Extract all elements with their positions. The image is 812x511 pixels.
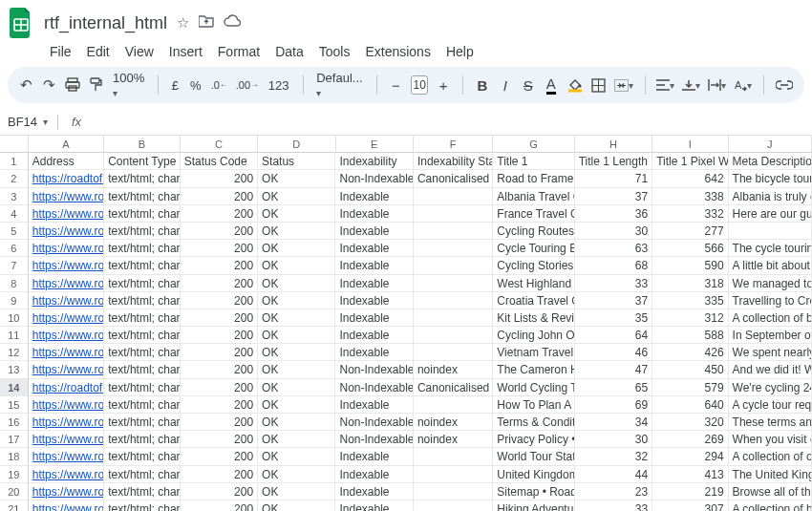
cell[interactable]: 65 <box>575 379 652 396</box>
font-family-dropdown[interactable]: Defaul... <box>314 71 364 99</box>
cell[interactable]: https://www.road <box>29 361 104 378</box>
cell[interactable]: OK <box>258 223 335 240</box>
cell[interactable]: 200 <box>181 205 258 223</box>
cell[interactable] <box>414 240 493 257</box>
cell[interactable]: OK <box>258 379 335 396</box>
cell[interactable]: https://www.road <box>29 188 104 205</box>
fill-color-button[interactable] <box>566 74 584 96</box>
cell[interactable]: https://www.road <box>29 240 104 257</box>
cell[interactable]: text/html; charse <box>104 275 180 292</box>
cell[interactable]: The United Kingd <box>729 466 812 483</box>
cell[interactable]: 312 <box>652 309 728 327</box>
cell[interactable]: Canonicalised <box>414 379 493 396</box>
font-size-increase-button[interactable]: + <box>436 74 451 96</box>
cell[interactable]: noindex <box>414 361 493 378</box>
cell[interactable]: text/html; charse <box>104 448 180 465</box>
cell[interactable] <box>414 188 493 205</box>
cell[interactable]: 23 <box>575 483 652 500</box>
cell[interactable]: Title 1 <box>493 153 574 170</box>
cell[interactable]: The cycle touring <box>729 240 812 257</box>
cell[interactable]: Croatia Travel G <box>493 292 574 309</box>
cell[interactable]: 33 <box>575 275 652 292</box>
cell[interactable]: OK <box>258 292 335 309</box>
cell[interactable]: https://www.road <box>29 205 104 223</box>
text-wrap-button[interactable] <box>708 74 726 96</box>
cell[interactable]: text/html; charse <box>104 188 180 205</box>
cell[interactable]: Here are our gui <box>729 205 812 223</box>
cell[interactable]: 32 <box>575 448 652 465</box>
cell[interactable]: 269 <box>652 431 728 448</box>
cell[interactable]: And we did it! W <box>729 361 812 378</box>
font-size-input[interactable]: 10 <box>411 75 428 95</box>
cell[interactable]: Browse all of the <box>729 483 812 500</box>
column-header[interactable]: C <box>181 136 258 153</box>
row-header[interactable]: 1 <box>0 153 29 170</box>
cell[interactable]: https://www.road <box>29 448 104 465</box>
cell[interactable]: text/html; charse <box>104 431 180 448</box>
cell[interactable]: https://www.road <box>29 275 104 292</box>
cell[interactable]: Indexable <box>335 205 413 223</box>
menu-data[interactable]: Data <box>275 44 304 59</box>
row-header[interactable]: 17 <box>0 431 29 448</box>
cell[interactable]: OK <box>258 361 335 378</box>
borders-button[interactable] <box>591 74 607 96</box>
cell[interactable]: OK <box>258 431 335 448</box>
column-header[interactable]: F <box>414 136 493 153</box>
cell[interactable]: OK <box>258 170 335 187</box>
cell[interactable] <box>414 309 493 327</box>
cell[interactable] <box>414 275 493 292</box>
cell[interactable]: World Cycling To <box>493 379 574 396</box>
cell[interactable]: A collection of bi <box>729 309 812 327</box>
cell[interactable]: https://www.road <box>29 483 104 500</box>
cell[interactable]: text/html; charse <box>104 379 180 396</box>
paint-format-button[interactable] <box>88 74 103 96</box>
cell[interactable]: Vietnam Travel G <box>493 344 574 361</box>
cell[interactable]: https://www.road <box>29 396 104 414</box>
cell[interactable]: OK <box>258 466 335 483</box>
cell[interactable]: text/html; charse <box>104 205 180 223</box>
cell[interactable]: OK <box>258 205 335 223</box>
cell[interactable]: Indexable <box>335 240 413 257</box>
menu-insert[interactable]: Insert <box>169 44 203 59</box>
row-header[interactable]: 12 <box>0 344 29 361</box>
cell[interactable]: 200 <box>181 309 258 327</box>
cell[interactable]: 200 <box>181 396 258 414</box>
cell[interactable]: 200 <box>181 292 258 309</box>
cell[interactable]: Title 1 Pixel Widt <box>652 153 728 170</box>
cell[interactable]: Indexable <box>335 448 413 465</box>
insert-link-button[interactable] <box>776 74 793 96</box>
cell[interactable]: 200 <box>181 448 258 465</box>
cell[interactable]: Status Code <box>181 153 258 170</box>
row-header[interactable]: 7 <box>0 257 29 274</box>
cell[interactable]: 34 <box>575 414 652 431</box>
cell[interactable]: How To Plan A C <box>493 396 574 414</box>
cell[interactable]: Canonicalised <box>414 170 493 187</box>
cell[interactable]: Indexable <box>335 327 413 344</box>
row-header[interactable]: 11 <box>0 327 29 344</box>
number-format-button[interactable]: 123 <box>267 78 291 93</box>
menu-format[interactable]: Format <box>218 44 260 59</box>
row-header[interactable]: 10 <box>0 309 29 327</box>
cell[interactable]: https://roadtofran <box>29 170 104 187</box>
cell[interactable]: Hiking Adventure <box>493 500 574 511</box>
cell[interactable]: 200 <box>181 379 258 396</box>
name-box[interactable]: BF14▾ <box>0 115 53 129</box>
cell[interactable]: Albania Travel G <box>493 188 574 205</box>
cell[interactable]: text/html; charse <box>104 309 180 327</box>
cell[interactable]: Indexable <box>335 483 413 500</box>
italic-button[interactable]: I <box>498 74 513 96</box>
cell[interactable]: Non-Indexable <box>335 431 413 448</box>
cell[interactable]: Travelling to Cro <box>729 292 812 309</box>
cell[interactable]: Non-Indexable <box>335 361 413 378</box>
column-header[interactable]: G <box>493 136 574 153</box>
spreadsheet-grid[interactable]: ABCDEFGHIJ 1AddressContent TypeStatus Co… <box>0 136 812 511</box>
cell[interactable]: OK <box>258 500 335 511</box>
cell[interactable]: 47 <box>575 361 652 378</box>
cell[interactable]: 35 <box>575 309 652 327</box>
cell[interactable] <box>414 327 493 344</box>
row-header[interactable]: 19 <box>0 466 29 483</box>
cell[interactable]: 200 <box>181 344 258 361</box>
cell[interactable]: Indexable <box>335 500 413 511</box>
cell[interactable]: 338 <box>652 188 728 205</box>
cloud-status-icon[interactable] <box>224 14 241 32</box>
